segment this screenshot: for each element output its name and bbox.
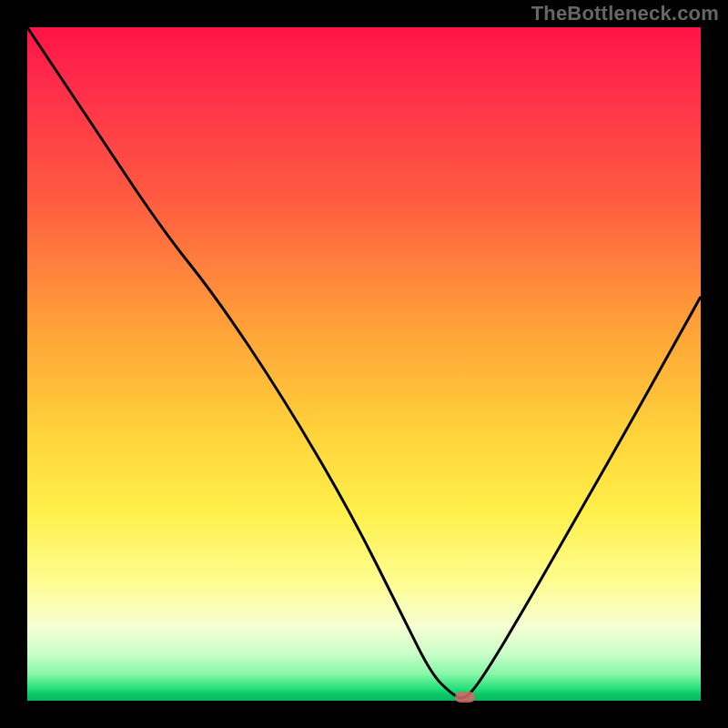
optimal-marker [455, 692, 475, 703]
watermark-text: TheBottleneck.com [531, 2, 719, 25]
bottleneck-curve [27, 27, 701, 701]
plot-area [27, 27, 701, 701]
chart-frame: TheBottleneck.com [0, 0, 728, 728]
curve-path [27, 27, 701, 698]
